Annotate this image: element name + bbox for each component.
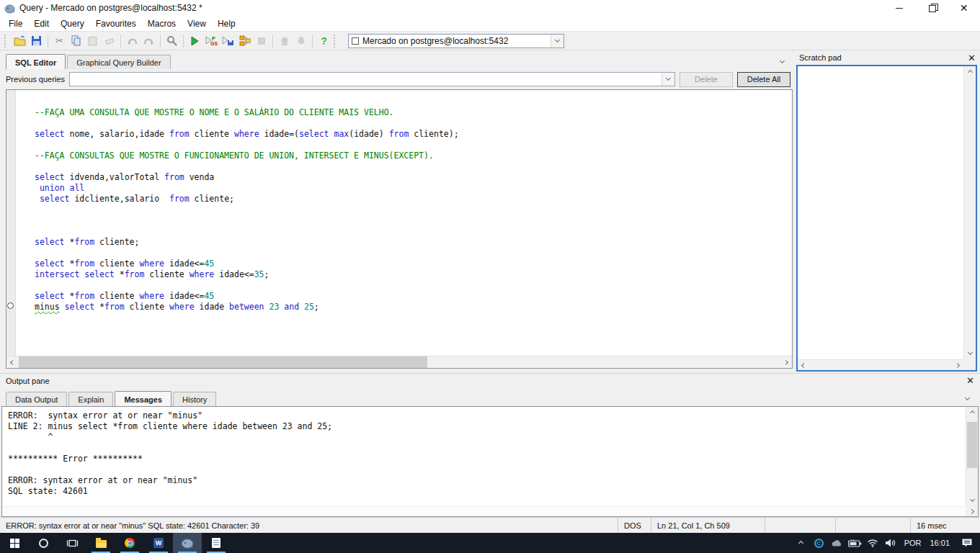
menu-item-favourites[interactable]: Favourites <box>90 17 142 30</box>
taskbar-notepad[interactable] <box>202 533 231 553</box>
chevron-right-icon <box>783 359 788 364</box>
scratch-pad-input[interactable] <box>798 66 963 359</box>
code-line <box>35 215 792 226</box>
scratch-pad-horizontal-scrollbar[interactable] <box>798 359 963 370</box>
onedrive-tray-button[interactable] <box>828 533 846 553</box>
explain-query-button[interactable] <box>236 33 253 49</box>
editor-tabs-dropdown-button[interactable] <box>776 56 788 68</box>
code-line: select idcliente,salario from cliente; <box>35 194 792 204</box>
windows-taskbar: POR 16:01 <box>0 533 980 553</box>
volume-tray-button[interactable] <box>882 533 900 553</box>
menu-item-macros[interactable]: Macros <box>142 17 182 30</box>
tray-expand-button[interactable] <box>792 533 810 553</box>
output-tab-row: Data OutputExplainMessagesHistory <box>0 387 980 406</box>
cortana-button[interactable] <box>29 533 58 553</box>
c-app-tray-button[interactable] <box>810 533 828 553</box>
cut-button[interactable]: ✂ <box>51 33 68 49</box>
execute-to-file-button[interactable] <box>220 33 236 49</box>
output-tab-data-output[interactable]: Data Output <box>6 392 67 406</box>
chevron-down-icon <box>555 37 560 42</box>
battery-tray-button[interactable] <box>846 533 864 553</box>
copy-button[interactable] <box>68 33 84 49</box>
messages-panel: ERROR: syntax error at or near "minus"LI… <box>1 406 979 517</box>
menu-item-help[interactable]: Help <box>212 17 241 30</box>
execute-query-button[interactable] <box>187 33 203 49</box>
restore-icon <box>929 5 935 11</box>
find-replace-button[interactable] <box>164 33 180 49</box>
scrollbar-thumb[interactable] <box>19 356 427 368</box>
scratch-pad-vertical-scrollbar[interactable] <box>963 66 976 359</box>
task-view-button[interactable] <box>58 533 86 553</box>
scroll-left-button[interactable] <box>6 356 19 368</box>
commit-transaction-button[interactable] <box>276 33 293 49</box>
sql-editor[interactable]: --FAÇA UMA CONSULTA QUE MOSTRE O NOME E … <box>6 89 793 369</box>
save-button[interactable] <box>28 33 45 49</box>
output-tabs-dropdown-button[interactable] <box>961 393 973 405</box>
paste-button[interactable] <box>84 33 101 49</box>
connection-checkbox[interactable] <box>352 37 359 45</box>
scrollbar-track[interactable] <box>427 356 780 368</box>
code-line: select *from cliente where idade<=45 <box>35 291 792 302</box>
code-line: union all <box>35 183 792 194</box>
messages-horizontal-scrollbar[interactable] <box>2 506 966 516</box>
status-empty-segment <box>836 518 911 533</box>
previous-queries-dropdown-button[interactable] <box>662 73 674 86</box>
wifi-icon <box>867 539 878 547</box>
sql-text[interactable]: --FAÇA UMA CONSULTA QUE MOSTRE O NOME E … <box>16 90 792 356</box>
connection-selector[interactable]: Mercado on postgres@localhost:5432 <box>348 34 564 48</box>
taskbar-word[interactable] <box>144 533 173 553</box>
execute-pgscript-button[interactable]: PGS <box>203 33 220 49</box>
scroll-up-button[interactable] <box>966 407 978 419</box>
toolbar-separator <box>120 35 121 48</box>
scroll-down-button[interactable] <box>966 494 978 506</box>
toolbar-separator <box>312 35 313 48</box>
tab-graphical-query-builder[interactable]: Graphical Query Builder <box>67 55 170 69</box>
taskbar-pgadmin[interactable] <box>173 533 202 553</box>
editor-horizontal-scrollbar[interactable] <box>6 356 792 368</box>
scrollbar-track[interactable] <box>966 419 978 494</box>
output-pane-close-button[interactable]: ✕ <box>966 376 974 385</box>
scroll-right-button[interactable] <box>780 356 792 368</box>
close-button[interactable]: ✕ <box>948 0 980 16</box>
previous-queries-combo[interactable] <box>69 72 675 86</box>
minimize-icon <box>896 8 903 9</box>
scratch-pad-close-button[interactable]: ✕ <box>968 53 976 63</box>
code-line <box>35 280 792 291</box>
output-tab-history[interactable]: History <box>173 392 216 406</box>
menu-item-file[interactable]: File <box>3 17 28 30</box>
delete-all-button[interactable]: Delete All <box>737 72 790 87</box>
scroll-up-button[interactable] <box>964 66 976 78</box>
menu-item-view[interactable]: View <box>182 17 212 30</box>
scrollbar-thumb[interactable] <box>967 422 977 468</box>
scroll-right-button[interactable] <box>966 506 978 516</box>
clear-window-button[interactable] <box>101 33 117 49</box>
menu-item-edit[interactable]: Edit <box>28 17 55 30</box>
messages-vertical-scrollbar[interactable] <box>966 407 978 506</box>
action-center-button[interactable] <box>954 533 980 553</box>
redo-button[interactable] <box>141 33 157 49</box>
menu-item-query[interactable]: Query <box>55 17 90 30</box>
restore-button[interactable] <box>915 0 948 16</box>
delete-button[interactable]: Delete <box>680 72 733 87</box>
window-title: Query - Mercado on postgres@localhost:54… <box>19 3 883 13</box>
cancel-query-button[interactable] <box>253 33 270 49</box>
clock[interactable]: 16:01 <box>925 539 954 547</box>
code-line <box>35 204 792 215</box>
scroll-left-button[interactable] <box>798 364 810 367</box>
output-tab-explain[interactable]: Explain <box>68 392 113 406</box>
help-button[interactable]: ? <box>316 33 332 49</box>
start-button[interactable] <box>0 533 29 553</box>
minimize-button[interactable] <box>883 0 915 16</box>
scroll-right-button[interactable] <box>951 364 963 367</box>
undo-button[interactable] <box>124 33 141 49</box>
taskbar-file-explorer[interactable] <box>86 533 115 553</box>
connection-dropdown-button[interactable] <box>551 35 564 48</box>
wifi-tray-button[interactable] <box>864 533 882 553</box>
scroll-down-button[interactable] <box>964 347 976 359</box>
output-tab-messages[interactable]: Messages <box>115 391 172 406</box>
taskbar-chrome[interactable] <box>115 533 144 553</box>
language-indicator[interactable]: POR <box>900 539 926 547</box>
rollback-transaction-button[interactable] <box>293 33 309 49</box>
open-file-button[interactable] <box>12 33 28 49</box>
tab-sql-editor[interactable]: SQL Editor <box>6 54 66 69</box>
